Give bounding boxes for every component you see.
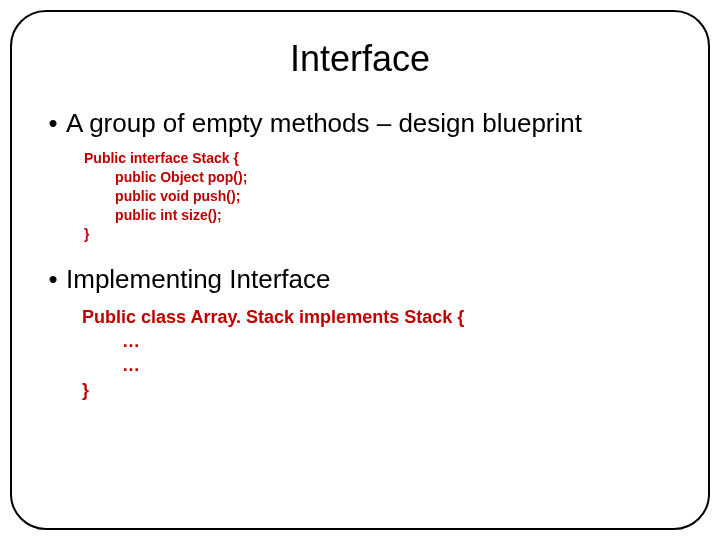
slide-title: Interface (40, 38, 680, 80)
bullet-text-1: A group of empty methods – design bluepr… (66, 108, 680, 139)
bullet-text-2: Implementing Interface (66, 264, 680, 295)
bullet-item-1: • A group of empty methods – design blue… (40, 108, 680, 139)
bullet-dot-icon: • (40, 264, 66, 295)
bullet-dot-icon: • (40, 108, 66, 139)
bullet-item-2: • Implementing Interface (40, 264, 680, 295)
slide-frame: Interface • A group of empty methods – d… (10, 10, 710, 530)
code-block-2: Public class Array. Stack implements Sta… (82, 305, 680, 402)
code-block-1: Public interface Stack { public Object p… (84, 149, 680, 243)
